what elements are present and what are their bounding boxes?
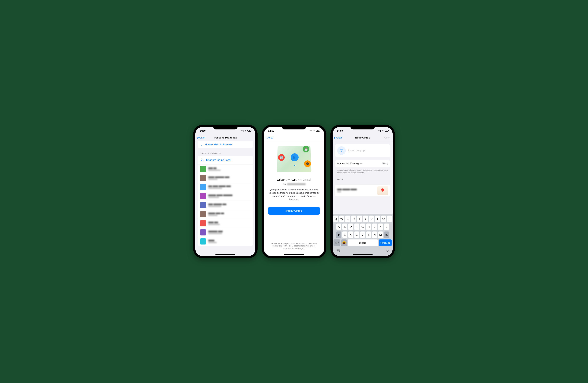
key-a[interactable]: A (336, 224, 341, 230)
keyboard-row-2: ASDFGHJKL (333, 224, 392, 230)
show-more-button[interactable]: ⌄ Mostrar Mais 94 Pessoas (198, 141, 253, 148)
street-blurred (287, 183, 305, 185)
screen-create-local-intro: 14:50 54 ‹ Voltar ☕ 🏢 🎓 👥 Criar um Gr (264, 127, 324, 256)
group-item[interactable] (198, 219, 253, 228)
key-m[interactable]: M (378, 231, 383, 238)
key-g[interactable]: G (360, 224, 365, 230)
svg-point-1 (202, 159, 203, 160)
autodelete-row[interactable]: Autoexcluir Mensagens Não ▴▾ (335, 160, 390, 167)
location-card[interactable] (335, 185, 390, 196)
home-indicator[interactable] (353, 254, 373, 255)
phone-2: 14:50 54 ‹ Voltar ☕ 🏢 🎓 👥 Criar um Gr (262, 125, 326, 258)
battery-icon: 54 (316, 130, 320, 132)
group-name-card (335, 144, 390, 157)
chevron-down-icon: ⌄ (200, 143, 203, 146)
key-x[interactable]: X (348, 231, 353, 238)
start-group-button[interactable]: Iniciar Grupo (268, 207, 320, 215)
emoji-key[interactable]: 😀 (341, 239, 347, 246)
key-z[interactable]: Z (342, 231, 347, 238)
footnote: Se você iniciar um grupo não relacionado… (268, 242, 320, 250)
page-title: Novo Grupo (355, 136, 370, 139)
svg-rect-4 (341, 149, 342, 150)
status-right: 54 (310, 130, 320, 132)
keyboard-row-1: QWERTYUIOP (333, 216, 392, 222)
space-key[interactable]: espaço (348, 239, 378, 246)
back-button[interactable]: ‹ Voltar (265, 136, 273, 139)
key-y[interactable]: Y (363, 216, 368, 222)
create-button-disabled[interactable]: Criar (384, 136, 391, 139)
show-more-label: Mostrar Mais 94 Pessoas (205, 143, 232, 146)
chevron-left-icon: ‹ (197, 136, 198, 139)
shift-key[interactable] (336, 231, 341, 238)
key-s[interactable]: S (342, 224, 347, 230)
key-f[interactable]: F (354, 224, 359, 230)
wifi-icon (244, 130, 247, 132)
status-time: 14:50 (200, 130, 206, 132)
updown-icon: ▴▾ (387, 162, 388, 165)
create-local-group-button[interactable]: Criar um Grupo Local (198, 156, 253, 164)
group-photo-button[interactable] (337, 146, 346, 155)
back-label: Voltar (335, 136, 342, 139)
section-header-local: LOCAL (333, 174, 393, 182)
home-indicator[interactable] (284, 254, 304, 255)
key-j[interactable]: J (372, 224, 377, 230)
back-label: Voltar (198, 136, 205, 139)
key-k[interactable]: K (378, 224, 383, 230)
hero-street: Rua (283, 183, 305, 185)
autodelete-value: Não ▴▾ (382, 162, 388, 165)
key-h[interactable]: H (366, 224, 371, 230)
back-button[interactable]: ‹ Voltar (334, 136, 342, 139)
map-thumbnail (377, 186, 388, 195)
nav-bar: ‹ Voltar (264, 134, 324, 141)
nav-bar: ‹ Voltar Novo Grupo Criar (333, 134, 393, 141)
mic-key[interactable] (386, 249, 389, 253)
group-item[interactable] (198, 228, 253, 237)
group-name-input[interactable] (348, 149, 388, 152)
key-q[interactable]: Q (333, 216, 338, 222)
hero-title: Criar um Grupo Local (277, 178, 311, 182)
key-l[interactable]: L (384, 224, 389, 230)
status-time: 14:50 (337, 130, 343, 132)
group-item[interactable] (198, 210, 253, 219)
notch (350, 125, 375, 130)
group-item[interactable] (198, 174, 253, 183)
key-v[interactable]: V (360, 231, 365, 238)
group-item[interactable] (198, 164, 253, 174)
key-b[interactable]: B (366, 231, 371, 238)
wifi-icon (381, 130, 384, 132)
globe-key[interactable] (336, 249, 340, 253)
section-header-groups: GRUPOS PRÓXIMOS (195, 148, 255, 156)
key-w[interactable]: W (339, 216, 344, 222)
group-item[interactable] (198, 192, 253, 201)
pin-people-icon: 👥 (291, 153, 299, 161)
map-illustration: ☕ 🏢 🎓 👥 (277, 146, 311, 172)
autodelete-hint: Apaga automaticamente as mensagens neste… (333, 167, 393, 174)
group-item[interactable] (198, 201, 253, 210)
key-n[interactable]: N (372, 231, 377, 238)
camera-icon (339, 149, 343, 152)
key-o[interactable]: O (381, 216, 386, 222)
done-key[interactable]: concluído (379, 239, 392, 246)
backspace-key[interactable] (384, 231, 389, 238)
key-r[interactable]: R (351, 216, 356, 222)
status-time: 14:50 (268, 130, 274, 132)
key-c[interactable]: C (354, 231, 359, 238)
home-indicator[interactable] (215, 254, 235, 255)
pin-cup-icon: ☕ (303, 146, 309, 153)
content: ☕ 🏢 🎓 👥 Criar um Grupo Local Rua Qualque… (264, 141, 324, 256)
signal-icon (378, 130, 381, 132)
key-d[interactable]: D (348, 224, 353, 230)
key-t[interactable]: T (357, 216, 362, 222)
group-item[interactable] (198, 237, 253, 246)
create-local-label: Criar um Grupo Local (206, 158, 231, 162)
group-item[interactable] (198, 183, 253, 192)
back-button[interactable]: ‹ Voltar (197, 136, 205, 139)
key-i[interactable]: I (375, 216, 380, 222)
pin-education-icon: 🎓 (304, 160, 311, 167)
numbers-key[interactable]: 123 (334, 239, 340, 246)
key-e[interactable]: E (345, 216, 350, 222)
key-p[interactable]: P (387, 216, 392, 222)
back-label: Voltar (267, 136, 273, 139)
key-u[interactable]: U (369, 216, 374, 222)
nav-bar: ‹ Voltar Pessoas Próximas (195, 134, 255, 141)
